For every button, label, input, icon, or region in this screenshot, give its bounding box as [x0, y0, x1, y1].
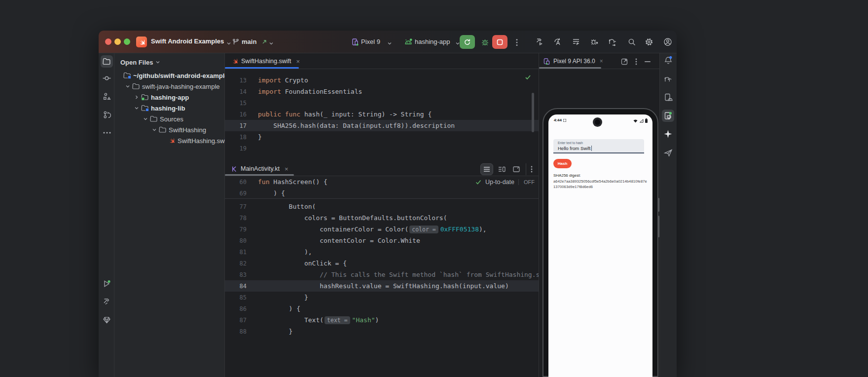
tree-item[interactable]: hashing-app: [114, 92, 225, 103]
gradle-elephant-icon[interactable]: [662, 73, 674, 85]
ai-sparkle-icon[interactable]: [662, 128, 674, 140]
more-icon[interactable]: [101, 126, 113, 139]
debug-button[interactable]: [479, 37, 490, 47]
design-view-icon[interactable]: [510, 163, 523, 175]
code-line[interactable]: 18}: [225, 131, 539, 143]
title-bar: Swift Android Examples main Pixel 9 hash…: [99, 31, 677, 53]
rerun-button[interactable]: [460, 35, 475, 49]
code-line[interactable]: 87 Text(text ="Hash"): [225, 314, 539, 326]
no-problems-check-icon[interactable]: [525, 74, 531, 80]
close-emulator-icon[interactable]: ×: [600, 58, 603, 65]
code-line[interactable]: 86 ) {: [225, 303, 539, 314]
hammer-run-icon[interactable]: [535, 37, 544, 47]
hash-button[interactable]: Hash: [553, 159, 572, 168]
gem-icon[interactable]: [101, 314, 113, 326]
hash-input-field[interactable]: Enter text to hash Hello from Swift: [553, 139, 644, 153]
build-hammer-icon[interactable]: [101, 296, 113, 308]
tree-chevron[interactable]: [124, 84, 131, 89]
right-tool-strip: [659, 53, 677, 377]
notifications-bell-icon[interactable]: [662, 54, 674, 67]
tree-chevron[interactable]: [151, 127, 158, 132]
code-text: import Crypto: [258, 76, 308, 84]
code-line[interactable]: 82 onClick = {: [225, 258, 539, 269]
project-view-selector[interactable]: Open Files: [120, 56, 160, 68]
editor1-scrollbar[interactable]: [532, 93, 534, 132]
tree-item[interactable]: ~/github/swift-android-examples: [114, 70, 225, 81]
tree-item[interactable]: SwiftHashing.swift: [114, 135, 225, 146]
plane-icon[interactable]: [662, 146, 674, 158]
device-chevron-down-icon[interactable]: [385, 38, 395, 48]
device-manager-icon[interactable]: [662, 91, 674, 104]
code-line[interactable]: 81 ),: [225, 246, 539, 258]
code-line[interactable]: 84 hashResult.value = SwiftHashing.hash(…: [225, 280, 539, 292]
close-window-button[interactable]: [105, 38, 111, 45]
close-tab-icon[interactable]: ×: [285, 165, 289, 173]
device-selector-label[interactable]: Pixel 9: [361, 38, 380, 45]
code-line[interactable]: 78 colors = ButtonDefaults.buttonColors(: [225, 212, 539, 224]
split-view-icon[interactable]: [495, 163, 508, 175]
run-config-label[interactable]: hashing-app: [415, 38, 450, 45]
project-folder-icon[interactable]: [101, 55, 113, 68]
commit-icon[interactable]: [101, 72, 113, 84]
code-line[interactable]: 17 SHA256.hash(data: Data(input.utf8)).d…: [225, 120, 539, 131]
code-line[interactable]: 13import Crypto: [225, 75, 539, 86]
vcs-fork-icon[interactable]: [101, 109, 113, 121]
project-title[interactable]: Swift Android Examples: [151, 38, 224, 45]
letter-a-sync-icon[interactable]: [553, 37, 563, 47]
tree-item[interactable]: Sources: [114, 113, 225, 124]
zoom-window-button[interactable]: [124, 38, 130, 45]
emulator-device-icon: [543, 58, 550, 65]
code-line[interactable]: 19: [225, 143, 539, 154]
code-text: // This calls the Swift method `hash` fr…: [258, 271, 539, 278]
tree-chevron[interactable]: [133, 106, 140, 111]
code-text: SHA256.hash(data: Data(input.utf8)).desc…: [258, 122, 455, 129]
branch-name[interactable]: main: [242, 38, 256, 45]
bug-arrow-icon[interactable]: [589, 37, 599, 47]
run-icon[interactable]: [101, 277, 113, 290]
emulator-more-icon[interactable]: [633, 57, 640, 66]
code-line[interactable]: 16public func hash(_ input: String) -> S…: [225, 109, 539, 120]
code-line[interactable]: 83 // This calls the Swift method `hash`…: [225, 269, 539, 280]
code-line[interactable]: 77 Button(: [225, 201, 539, 212]
tree-chevron[interactable]: [142, 116, 149, 121]
code-line[interactable]: 79 containerColor = Color(color =0xFFF05…: [225, 224, 539, 235]
list-rollback-icon[interactable]: [571, 37, 581, 47]
code-line[interactable]: 80 contentColor = Color.White: [225, 235, 539, 246]
tree-item[interactable]: hashing-lib: [114, 103, 225, 113]
live-edit-toggle[interactable]: OFF: [518, 179, 535, 185]
code-text: }: [258, 294, 308, 301]
hide-panel-icon[interactable]: [644, 57, 651, 66]
code-line[interactable]: 85 }: [225, 292, 539, 303]
account-icon[interactable]: [663, 37, 673, 47]
tree-item[interactable]: SwiftHashing: [114, 124, 225, 135]
live-edit-status[interactable]: Up-to-date OFF: [471, 176, 535, 188]
line-number: 84: [225, 283, 247, 290]
code-text: onClick = {: [258, 260, 347, 267]
tab-label: MainActivity.kt: [241, 165, 280, 172]
close-tab-icon[interactable]: ×: [296, 58, 300, 65]
stop-button[interactable]: [492, 35, 507, 49]
elephant-sync-icon[interactable]: [608, 37, 617, 47]
tree-item[interactable]: swift-java-hashing-example: [114, 81, 225, 92]
code-line[interactable]: 88 }: [225, 326, 539, 337]
gear-icon[interactable]: [644, 37, 654, 47]
minimize-window-button[interactable]: [114, 38, 121, 45]
line-number: 83: [225, 271, 247, 278]
search-icon[interactable]: [627, 37, 637, 47]
code-line[interactable]: 69 ) {: [225, 188, 539, 199]
digest-label: SHA256 digest:: [553, 173, 581, 178]
wifi-icon: [633, 119, 638, 123]
branch-chevron-down-icon[interactable]: [266, 38, 276, 48]
code-view-icon[interactable]: [480, 163, 493, 175]
code-line[interactable]: 15: [225, 97, 539, 109]
phone-screen[interactable]: 4:44 Enter text to hash Hello from Swift…: [548, 114, 652, 377]
open-in-window-icon[interactable]: [620, 57, 629, 66]
line-number: 81: [225, 249, 247, 256]
folder-icon: [141, 93, 149, 101]
tree-chevron[interactable]: [133, 95, 140, 100]
more-options-button[interactable]: [512, 38, 522, 47]
code-line[interactable]: 14import FoundationEssentials: [225, 86, 539, 97]
editor2-more-icon[interactable]: [526, 163, 537, 175]
structure-icon[interactable]: [101, 90, 113, 103]
running-devices-icon[interactable]: [662, 110, 674, 122]
